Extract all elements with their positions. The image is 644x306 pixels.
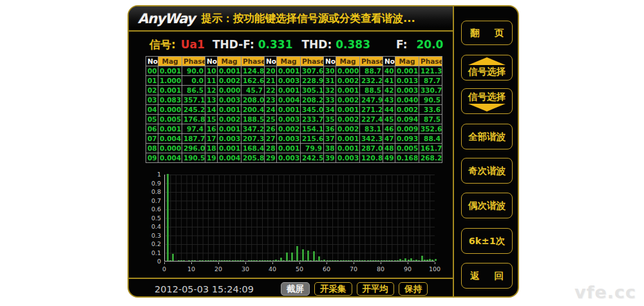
phase-cell: 161.7 (419, 144, 442, 153)
magnitude-cell: 1.000 (158, 76, 182, 86)
column-header: Mag (218, 57, 242, 66)
harmonic-no-cell: 18 (205, 144, 218, 153)
harmonic-no-cell: 12 (205, 86, 218, 95)
harmonic-bar (424, 260, 426, 261)
harmonic-bar (240, 260, 242, 261)
harmonic-bar (361, 260, 363, 261)
chart-plot-area (164, 175, 435, 262)
sidebar-button-signal-select-down[interactable]: 信号选择 (461, 88, 513, 114)
bottom-bar: 2012-05-03 15:24:09 截屏开采集开平均保持 (129, 278, 453, 298)
harmonic-bar (267, 260, 269, 261)
column-header: No (324, 57, 336, 66)
column-header: Phase (301, 57, 324, 66)
harmonic-no-cell: 30 (324, 66, 336, 76)
harmonic-bar (237, 260, 239, 261)
hold-button[interactable]: 保持 (399, 282, 428, 296)
sidebar-button-all-harmonics[interactable]: 全部谐波 (461, 124, 513, 149)
magnitude-cell: 0.003 (277, 76, 301, 86)
phase-cell: 90.5 (419, 95, 442, 105)
harmonic-no-cell: 44 (383, 105, 395, 115)
table-row: 050.005176.8150.002188.5250.003233.7350.… (146, 115, 442, 124)
magnitude-cell: 0.002 (336, 95, 360, 105)
phase-cell: 208.2 (301, 95, 324, 105)
harmonic-bar (278, 260, 279, 261)
magnitude-cell: 0.001 (277, 144, 301, 153)
magnitude-cell: 0.001 (277, 86, 301, 95)
magnitude-cell: 0.002 (395, 105, 419, 115)
start-acquisition-button[interactable]: 开采集 (314, 282, 352, 296)
phase-cell: 88.5 (360, 86, 383, 95)
harmonic-bar (375, 260, 377, 261)
phase-cell: 33.6 (419, 105, 442, 115)
sidebar-button-odd-harmonics[interactable]: 奇次谐波 (461, 158, 513, 184)
harmonic-bar (248, 260, 250, 261)
start-averaging-button[interactable]: 开平均 (357, 282, 395, 296)
harmonic-bar (169, 260, 171, 261)
x-axis-tick-mark (435, 262, 435, 264)
harmonic-bar (229, 260, 231, 261)
instrument-screen: AnyWay 提示：按功能键选择信号源或分类查看谐波... 信号: Ua1 TH… (128, 5, 519, 298)
phase-cell: 227.4 (360, 115, 383, 124)
magnitude-cell: 0.003 (277, 115, 301, 124)
harmonic-bar (356, 260, 358, 261)
freq-value: 20.0 (417, 38, 444, 51)
magnitude-cell: 0.094 (395, 115, 419, 124)
table-row: 090.004190.5190.004205.8290.003242.5390.… (146, 153, 442, 163)
phase-cell: 97.4 (182, 124, 205, 134)
x-axis-tick-mark (381, 262, 381, 264)
phase-cell: 88.7 (360, 66, 383, 76)
triangle-down-icon (468, 104, 506, 111)
harmonic-bar (275, 260, 277, 261)
harmonic-bar (391, 260, 393, 261)
table-row: 070.004187.7170.003207.3270.003215.6370.… (146, 134, 442, 144)
magnitude-cell: 0.002 (218, 76, 242, 86)
harmonic-bar (318, 256, 320, 261)
harmonic-no-cell: 33 (324, 95, 336, 105)
harmonic-no-cell: 21 (265, 76, 277, 86)
screenshot-button[interactable]: 截屏 (281, 282, 310, 296)
phase-cell: 87.7 (419, 76, 442, 86)
harmonic-bar (337, 260, 339, 261)
magnitude-cell: 0.001 (158, 124, 182, 134)
x-axis-tick-mark (272, 262, 273, 264)
harmonic-no-cell: 16 (205, 124, 218, 134)
x-axis-tick-mark (245, 262, 246, 264)
sidebar-button-signal-select-up[interactable]: 信号选择 (461, 55, 513, 81)
x-axis-tick-label: 20 (214, 265, 222, 273)
signal-label: 信号: (149, 37, 176, 52)
y-axis-tick-label: 0.1 (131, 249, 161, 256)
phase-cell: 207.3 (242, 134, 265, 144)
sidebar-button-return[interactable]: 返回 (461, 263, 513, 289)
x-axis-tick-label: 0 (162, 265, 166, 273)
magnitude-cell: 0.001 (277, 105, 301, 115)
thdf-label: THD-F: (213, 38, 254, 51)
column-header: No (383, 57, 395, 66)
phase-cell: 154.1 (301, 124, 324, 134)
harmonic-bar (313, 251, 315, 261)
harmonic-bar (205, 260, 207, 261)
harmonic-bar (321, 260, 323, 261)
harmonic-bar (223, 260, 225, 261)
column-header: Mag (158, 57, 182, 66)
column-header: Phase (182, 57, 205, 66)
sidebar-button-even-harmonics[interactable]: 偶次谐波 (461, 193, 513, 218)
harmonic-bar (261, 260, 263, 261)
harmonic-bar (167, 174, 169, 261)
phase-cell: 176.8 (182, 115, 205, 124)
phase-cell: 247.9 (360, 95, 383, 105)
sidebar-button-6k-plus-minus-1[interactable]: 6k±1次 (461, 228, 513, 254)
x-axis-tick-mark (299, 262, 300, 264)
y-axis-tick-label: 0.2 (131, 240, 161, 247)
phase-cell: 188.5 (242, 115, 265, 124)
phase-cell: 83.1 (360, 124, 383, 134)
button-label: 翻页 (462, 27, 512, 39)
phase-cell: 228.9 (301, 76, 324, 86)
sidebar-button-page-flip[interactable]: 翻页 (461, 21, 513, 45)
magnitude-cell: 0.005 (395, 144, 419, 153)
phase-cell: 121.3 (419, 66, 442, 76)
phase-cell: 45.7 (242, 86, 265, 95)
phase-cell: 307.6 (301, 66, 324, 76)
phase-cell: 190.5 (182, 153, 205, 163)
harmonic-bar (388, 260, 390, 261)
harmonic-bar (307, 251, 309, 261)
